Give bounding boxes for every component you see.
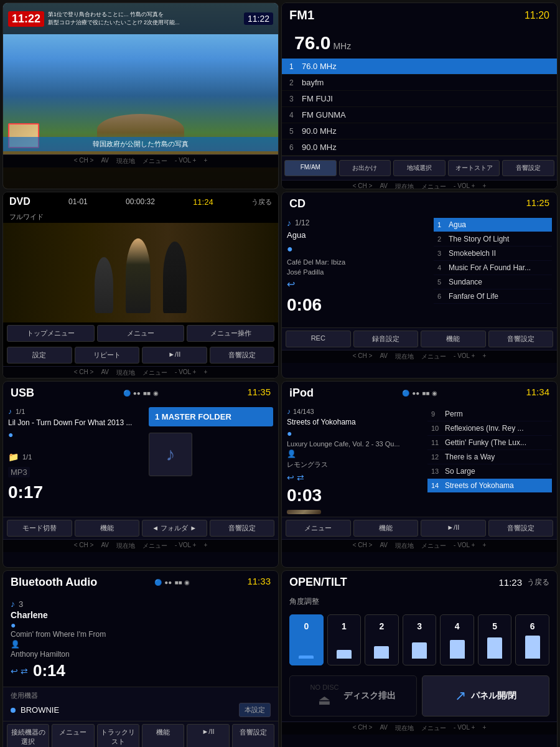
dvd-back-btn[interactable]: う戻る — [251, 197, 272, 207]
dvd-play-btn[interactable]: ►/II — [142, 347, 207, 364]
usb-nav-ch[interactable]: < CH > — [74, 542, 94, 550]
dvd-nav-vol[interactable]: - VOL + — [175, 369, 196, 377]
fm-btn-chiiki[interactable]: 地域選択 — [393, 160, 446, 176]
tilt-nav-plus[interactable]: + — [482, 724, 486, 733]
ipod-track-9[interactable]: 9 Perm — [427, 407, 552, 421]
usb-nav-av[interactable]: AV — [101, 542, 109, 550]
usb-nav-vol[interactable]: - VOL + — [175, 542, 196, 550]
tilt-angle-2[interactable]: 2 — [365, 614, 399, 665]
tilt-nav-vol[interactable]: - VOL + — [454, 724, 475, 733]
usb-nav-plus[interactable]: + — [203, 542, 207, 550]
tv-nav-prev[interactable]: < CH > — [74, 157, 94, 166]
tilt-nav-ch[interactable]: < CH > — [353, 724, 373, 733]
ipod-function-btn[interactable]: 機能 — [353, 520, 419, 537]
cd-rec-settings-btn[interactable]: 録音設定 — [353, 331, 419, 347]
fm-station-6[interactable]: 6 90.0 MHz — [282, 139, 557, 156]
fm-nav-menu[interactable]: メニュー — [421, 182, 446, 189]
dvd-top-menu-btn[interactable]: トップメニュー — [7, 325, 95, 342]
cd-function-btn[interactable]: 機能 — [421, 331, 486, 347]
fm-station-1[interactable]: 1 76.0 MHz — [282, 59, 557, 75]
tilt-angle-1[interactable]: 1 — [327, 614, 362, 665]
dvd-nav-ch[interactable]: < CH > — [74, 369, 94, 377]
usb-function-btn[interactable]: 機能 — [75, 520, 140, 537]
fm-station-4[interactable]: 4 FM GUNMA — [282, 107, 557, 123]
bt-function-btn[interactable]: 機能 — [142, 724, 184, 747]
ipod-track-10[interactable]: 10 Reflexiones (Inv. Rey ... — [427, 421, 552, 436]
usb-nav-loc[interactable]: 現在地 — [116, 542, 135, 550]
dvd-menu-btn[interactable]: メニュー — [97, 325, 185, 342]
cd-track-3[interactable]: 3 Smokebelch II — [434, 247, 552, 261]
tv-nav-vol[interactable]: - VOL + — [175, 157, 196, 166]
usb-folder-btn[interactable]: ◄ フォルダ ► — [142, 520, 207, 537]
cd-track-6[interactable]: 6 Fanfare Of Life — [434, 289, 552, 304]
cd-nav-ch[interactable]: < CH > — [353, 352, 373, 361]
fm-btn-fmam[interactable]: FM/AM — [284, 160, 337, 176]
cd-nav-menu[interactable]: メニュー — [421, 352, 446, 361]
fm-station-5[interactable]: 5 90.0 MHz — [282, 123, 557, 139]
tv-nav-loc[interactable]: 現在地 — [116, 157, 135, 166]
cd-track-2[interactable]: 2 The Story Of Light — [434, 232, 552, 247]
tv-nav-av[interactable]: AV — [101, 157, 109, 166]
cd-track-5[interactable]: 5 Sundance — [434, 275, 552, 289]
tilt-back-btn[interactable]: う戻る — [527, 577, 549, 588]
cd-track-1[interactable]: 1 Agua — [434, 218, 552, 232]
fm-btn-autostore[interactable]: オートストア — [448, 160, 500, 176]
dvd-nav-plus[interactable]: + — [203, 369, 207, 377]
tilt-angle-3[interactable]: 3 — [403, 614, 437, 665]
tilt-nav-loc[interactable]: 現在地 — [395, 724, 414, 733]
ipod-track-13[interactable]: 13 So Large — [427, 464, 552, 479]
dvd-settings-btn[interactable]: 設定 — [7, 347, 72, 364]
cd-nav-av[interactable]: AV — [380, 352, 388, 361]
tilt-angle-5[interactable]: 5 — [478, 614, 512, 665]
ipod-track-12[interactable]: 12 There is a Way — [427, 450, 552, 464]
ipod-play-btn[interactable]: ►/II — [421, 520, 486, 537]
tilt-eject-btn[interactable]: NO DISC ⏏ ディスク排出 — [289, 675, 417, 716]
ipod-menu-btn[interactable]: メニュー — [286, 520, 351, 537]
ipod-nav-ch[interactable]: < CH > — [353, 542, 373, 550]
cd-audio-btn[interactable]: 音響設定 — [488, 331, 554, 347]
bt-play-btn[interactable]: ►/II — [187, 724, 229, 747]
tilt-nav-av[interactable]: AV — [380, 724, 388, 733]
ipod-nav-vol[interactable]: - VOL + — [454, 542, 475, 550]
fm-nav-vol[interactable]: - VOL + — [454, 182, 475, 189]
bt-tracklist-btn[interactable]: トラックリスト — [97, 724, 139, 747]
dvd-audio-btn[interactable]: 音響設定 — [210, 347, 275, 364]
fm-nav-av[interactable]: AV — [380, 182, 388, 189]
cd-nav-loc[interactable]: 現在地 — [395, 352, 414, 361]
dvd-nav-loc[interactable]: 現在地 — [116, 369, 135, 377]
dvd-nav-menu[interactable]: メニュー — [142, 369, 167, 377]
ipod-audio-btn[interactable]: 音響設定 — [488, 520, 554, 537]
cd-nav-plus[interactable]: + — [482, 352, 486, 361]
bt-connect-btn[interactable]: 接続機器の選択 — [7, 724, 49, 747]
ipod-track-14[interactable]: 14 Streets of Yokohama — [427, 479, 552, 493]
cd-track-4[interactable]: 4 Music For A Found Har... — [434, 261, 552, 275]
cd-nav-vol[interactable]: - VOL + — [454, 352, 475, 361]
tilt-nav-menu[interactable]: メニュー — [421, 724, 446, 733]
cd-rec-btn[interactable]: REC — [286, 331, 351, 347]
tilt-angle-6[interactable]: 6 — [515, 614, 549, 665]
fm-btn-odekake[interactable]: お出かけ — [339, 160, 391, 176]
tv-nav-plus[interactable]: + — [203, 157, 207, 166]
tilt-angle-4[interactable]: 4 — [440, 614, 474, 665]
dvd-nav-av[interactable]: AV — [101, 369, 109, 377]
dvd-repeat-btn[interactable]: リピート — [75, 347, 140, 364]
bt-menu-btn[interactable]: メニュー — [52, 724, 94, 747]
ipod-nav-loc[interactable]: 現在地 — [395, 542, 414, 550]
dvd-menu-op-btn[interactable]: メニュー操作 — [187, 325, 274, 342]
fm-station-3[interactable]: 3 FM FUJI — [282, 91, 557, 107]
fm-nav-ch[interactable]: < CH > — [353, 182, 373, 189]
bt-audio-btn[interactable]: 音響設定 — [232, 724, 274, 747]
fm-station-2[interactable]: 2 bayfm — [282, 75, 557, 91]
fm-nav-loc[interactable]: 現在地 — [395, 182, 414, 189]
usb-folder-name[interactable]: 1 MASTER FOLDER — [149, 407, 273, 426]
tilt-angle-0[interactable]: 0 — [289, 614, 324, 665]
usb-nav-menu[interactable]: メニュー — [142, 542, 167, 550]
ipod-nav-av[interactable]: AV — [380, 542, 388, 550]
tv-nav-menu[interactable]: メニュー — [142, 157, 167, 166]
ipod-nav-plus[interactable]: + — [482, 542, 486, 550]
fm-btn-audio[interactable]: 音響設定 — [502, 160, 554, 176]
bt-setting-btn[interactable]: 本設定 — [239, 703, 271, 717]
fm-nav-plus[interactable]: + — [482, 182, 486, 189]
usb-audio-btn[interactable]: 音響設定 — [210, 520, 275, 537]
ipod-nav-menu[interactable]: メニュー — [421, 542, 446, 550]
